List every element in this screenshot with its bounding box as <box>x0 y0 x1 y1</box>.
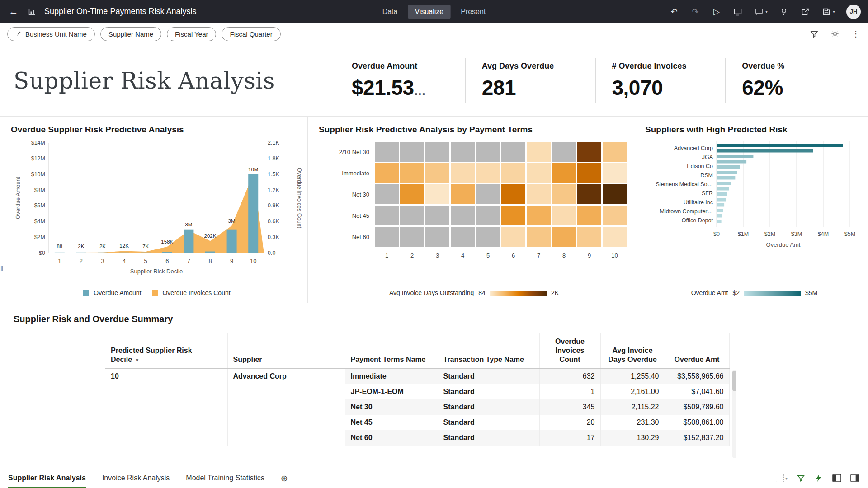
svg-text:2/10 Net 30: 2/10 Net 30 <box>339 149 369 155</box>
avatar[interactable]: JH <box>846 5 861 19</box>
preview-play-icon[interactable]: ▷ <box>712 7 722 17</box>
table-cell: Advanced Corp <box>227 369 345 446</box>
kpi-overdue-invoices[interactable]: # Overdue Invoices 3,070 <box>595 58 726 103</box>
svg-text:1.8K: 1.8K <box>268 155 279 162</box>
svg-text:6: 6 <box>165 258 169 264</box>
svg-text:$2M: $2M <box>34 234 45 240</box>
svg-text:2: 2 <box>410 252 414 259</box>
filter-chip-fiscal-year[interactable]: Fiscal Year <box>167 27 216 41</box>
column-header[interactable]: Payment Terms Name <box>345 333 438 369</box>
column-header[interactable]: Transaction Type Name <box>438 333 539 369</box>
mode-tabs: Data Visualize Present <box>376 0 493 23</box>
canvas-tab-supplier-risk[interactable]: Supplier Risk Analysis <box>8 468 86 488</box>
canvas-grid-icon <box>776 474 784 482</box>
svg-text:Office Depot: Office Depot <box>682 217 713 224</box>
table-scrollbar[interactable] <box>732 370 736 458</box>
svg-text:Net 60: Net 60 <box>352 234 369 240</box>
top-bar: ← Supplier On-Time Payments Risk Analysi… <box>0 0 868 23</box>
redo-icon[interactable]: ↷ <box>690 7 700 17</box>
svg-text:7: 7 <box>187 258 190 264</box>
column-header[interactable]: Avg Invoice Days Overdue <box>600 333 665 369</box>
undo-icon[interactable]: ↶ <box>669 7 679 17</box>
viz-title: Overdue Supplier Risk Predictive Analysi… <box>11 125 303 135</box>
svg-text:Midtown Computer…: Midtown Computer… <box>660 208 713 215</box>
export-icon[interactable] <box>800 7 810 17</box>
kpi-value: 3,070 <box>612 75 726 100</box>
svg-text:202K: 202K <box>204 233 217 239</box>
kpi-overdue-percent[interactable]: Overdue % 62% <box>725 58 855 103</box>
table-row[interactable]: 10Advanced CorpImmediateStandard6321,255… <box>105 369 729 385</box>
svg-text:8: 8 <box>562 252 566 259</box>
legend-min: 84 <box>478 289 486 296</box>
table-cell: $509,789.60 <box>665 399 729 415</box>
viz-high-risk-suppliers[interactable]: Suppliers with High Predicted Risk Advan… <box>634 117 868 303</box>
legend-gradient <box>744 291 801 296</box>
filter-chip-business-unit[interactable]: Business Unit Name <box>7 27 95 41</box>
back-arrow-icon[interactable]: ← <box>7 6 20 17</box>
svg-text:Overdue Invoices Count: Overdue Invoices Count <box>296 168 302 229</box>
workbook-chart-icon <box>27 7 37 17</box>
kpi-overdue-amount[interactable]: Overdue Amount $21.53… <box>335 58 465 103</box>
layout-panel-left-icon[interactable] <box>832 473 842 483</box>
filter-chip-label: Fiscal Quarter <box>230 30 272 38</box>
lightning-icon[interactable] <box>814 473 824 483</box>
kebab-menu-icon[interactable]: ⋮ <box>851 29 861 39</box>
panel-resize-handle[interactable]: ‖ <box>0 264 2 272</box>
svg-text:0.3K: 0.3K <box>268 234 279 240</box>
svg-text:Overdue Amt: Overdue Amt <box>766 241 801 248</box>
svg-text:88: 88 <box>57 244 62 249</box>
comment-icon[interactable] <box>754 7 764 17</box>
svg-text:$1M: $1M <box>738 231 749 237</box>
canvas-tab-bar: Supplier Risk Analysis Invoice Risk Anal… <box>0 468 868 488</box>
viz-overdue-risk-predictive[interactable]: Overdue Supplier Risk Predictive Analysi… <box>0 117 307 303</box>
caret-down-icon: ▾ <box>785 476 788 481</box>
layout-panel-right-icon[interactable] <box>850 473 860 483</box>
canvas-grid-menu[interactable]: ▾ <box>776 474 788 482</box>
table-cell: Net 30 <box>345 399 438 415</box>
insights-bulb-icon[interactable] <box>779 7 789 17</box>
svg-text:Net 30: Net 30 <box>352 191 369 198</box>
add-canvas-icon[interactable]: ⊕ <box>281 473 288 483</box>
column-header[interactable]: Overdue Amt <box>665 333 729 369</box>
canvas-tab-model-training[interactable]: Model Training Statistics <box>186 468 264 488</box>
save-icon[interactable] <box>821 7 831 17</box>
sort-caret-icon[interactable]: ▼ <box>135 358 139 363</box>
table-cell: 632 <box>539 369 600 385</box>
column-header[interactable]: Supplier <box>227 333 345 369</box>
limit-values-funnel-icon[interactable] <box>809 29 819 39</box>
table-section: Supplier Risk and Overdue Summary Predic… <box>0 303 868 450</box>
table-cell: Standard <box>438 415 539 430</box>
save-menu[interactable]: ▾ <box>821 7 835 17</box>
filter-data-icon[interactable] <box>796 473 806 483</box>
summary-table: Predicted Supplier Risk Decile▼SupplierP… <box>105 333 729 450</box>
tab-data[interactable]: Data <box>376 5 405 19</box>
table-cell: 231.30 <box>600 415 665 430</box>
present-screen-icon[interactable] <box>733 7 743 17</box>
svg-text:$0: $0 <box>713 231 720 237</box>
table-cell: 130.29 <box>600 430 665 446</box>
canvas-tab-invoice-risk[interactable]: Invoice Risk Analysis <box>102 468 170 488</box>
settings-gear-icon[interactable] <box>830 29 840 39</box>
hbar-chart: Advanced CorpJGAEdison CoRSMSiemens Medi… <box>645 136 863 289</box>
tab-present[interactable]: Present <box>454 5 492 19</box>
filter-chip-fiscal-quarter[interactable]: Fiscal Quarter <box>222 27 280 41</box>
svg-text:9: 9 <box>230 258 233 264</box>
filter-chip-label: Supplier Name <box>108 30 153 38</box>
scrollbar-thumb[interactable] <box>732 371 736 391</box>
table-cell: 1 <box>539 384 600 399</box>
svg-text:3: 3 <box>436 252 439 259</box>
filter-bar: Business Unit Name Supplier Name Fiscal … <box>0 23 868 45</box>
column-header[interactable]: Overdue Invoices Count <box>539 333 600 369</box>
tab-visualize[interactable]: Visualize <box>408 5 450 19</box>
column-header[interactable]: Predicted Supplier Risk Decile▼ <box>105 333 227 369</box>
svg-text:$8M: $8M <box>34 187 45 193</box>
kpi-avg-days-overdue[interactable]: Avg Days Overdue 281 <box>465 58 595 103</box>
comments-menu[interactable]: ▾ <box>754 7 768 17</box>
svg-text:$2M: $2M <box>764 231 775 237</box>
svg-text:$10M: $10M <box>31 171 45 178</box>
viz-risk-by-payment-terms[interactable]: Supplier Risk Predictive Analysis by Pay… <box>307 117 634 303</box>
heatmap-svg: 2/10 Net 30ImmediateNet 30Net 45Net 6012… <box>319 136 630 265</box>
svg-text:Edison Co: Edison Co <box>687 163 713 169</box>
svg-text:$12M: $12M <box>31 155 45 162</box>
filter-chip-supplier-name[interactable]: Supplier Name <box>100 27 161 41</box>
